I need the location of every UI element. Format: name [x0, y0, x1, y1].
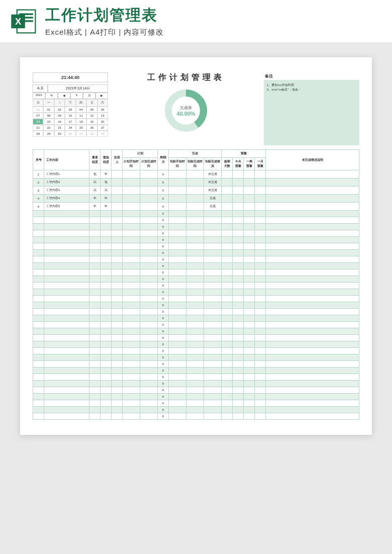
cell[interactable]: [204, 328, 222, 335]
table-row[interactable]: 0: [33, 322, 359, 328]
table-row[interactable]: 4工作内容4中中0完成: [33, 195, 359, 203]
cell[interactable]: 工作内容3: [44, 187, 89, 195]
cell[interactable]: [244, 374, 255, 381]
cell[interactable]: 0: [158, 230, 169, 237]
cell[interactable]: [123, 187, 140, 195]
cell[interactable]: [112, 243, 123, 250]
cell[interactable]: [244, 381, 255, 387]
cell[interactable]: [222, 315, 233, 322]
cell[interactable]: [140, 394, 158, 400]
cell[interactable]: [169, 170, 186, 178]
cell[interactable]: [44, 250, 89, 256]
cell[interactable]: [222, 374, 233, 381]
cell[interactable]: [140, 328, 158, 335]
cell[interactable]: 低: [89, 170, 101, 178]
cell[interactable]: [101, 217, 112, 224]
cell[interactable]: [204, 302, 222, 309]
cell[interactable]: 0: [158, 263, 169, 269]
cell[interactable]: [33, 354, 44, 361]
calendar-day[interactable]: 29: [43, 131, 54, 137]
table-row[interactable]: 0: [33, 276, 359, 283]
cell[interactable]: [44, 256, 89, 263]
cell[interactable]: [89, 276, 101, 283]
cell[interactable]: [222, 335, 233, 341]
table-row[interactable]: 0: [33, 230, 359, 237]
cell[interactable]: [123, 217, 140, 224]
cell[interactable]: [112, 170, 123, 178]
table-row[interactable]: 0: [33, 263, 359, 269]
cell[interactable]: [169, 309, 186, 315]
cell[interactable]: [255, 170, 266, 178]
cell[interactable]: [123, 256, 140, 263]
cell[interactable]: [186, 361, 204, 367]
cell[interactable]: [186, 335, 204, 341]
cell[interactable]: [255, 250, 266, 256]
cell[interactable]: [89, 315, 101, 322]
cell[interactable]: 1: [33, 170, 44, 178]
cell[interactable]: [33, 276, 44, 283]
cell[interactable]: [186, 348, 204, 354]
table-row[interactable]: 0: [33, 413, 359, 420]
cell[interactable]: [186, 322, 204, 328]
cell[interactable]: [123, 413, 140, 420]
cell[interactable]: [266, 217, 359, 224]
cell[interactable]: [266, 289, 359, 296]
cell[interactable]: [186, 187, 204, 195]
cell[interactable]: [123, 269, 140, 276]
cell[interactable]: [140, 276, 158, 283]
cell[interactable]: [233, 387, 244, 394]
cell[interactable]: [123, 387, 140, 394]
cell[interactable]: [233, 361, 244, 367]
cell[interactable]: [255, 335, 266, 341]
cell[interactable]: [222, 309, 233, 315]
cell[interactable]: [140, 387, 158, 394]
cell[interactable]: [266, 230, 359, 237]
cell[interactable]: [255, 361, 266, 367]
cell[interactable]: [33, 315, 44, 322]
cell[interactable]: [169, 400, 186, 407]
cell[interactable]: 0: [158, 250, 169, 256]
cell[interactable]: [33, 296, 44, 302]
cell[interactable]: [204, 354, 222, 361]
cell[interactable]: [244, 211, 255, 217]
cell[interactable]: [233, 381, 244, 387]
cell[interactable]: [204, 211, 222, 217]
cell[interactable]: [233, 283, 244, 289]
cell[interactable]: [222, 187, 233, 195]
table-row[interactable]: 3工作内容3高高0未完成: [33, 187, 359, 195]
cell[interactable]: [222, 203, 233, 211]
cell[interactable]: [33, 413, 44, 420]
cell[interactable]: [255, 407, 266, 413]
cell[interactable]: [244, 302, 255, 309]
cell[interactable]: [244, 170, 255, 178]
cell[interactable]: [255, 309, 266, 315]
cell[interactable]: [123, 211, 140, 217]
cell[interactable]: [266, 309, 359, 315]
cell[interactable]: [255, 203, 266, 211]
cell[interactable]: [112, 387, 123, 394]
cell[interactable]: [140, 187, 158, 195]
cell[interactable]: [101, 276, 112, 283]
cell[interactable]: [204, 250, 222, 256]
cell[interactable]: [33, 394, 44, 400]
calendar-day[interactable]: 02: [76, 131, 86, 137]
calendar-day[interactable]: 30: [54, 131, 65, 137]
calendar-day[interactable]: 01: [43, 107, 54, 113]
cell[interactable]: [233, 413, 244, 420]
cell[interactable]: [44, 361, 89, 367]
cell[interactable]: [244, 400, 255, 407]
cell[interactable]: [233, 296, 244, 302]
table-row[interactable]: 0: [33, 256, 359, 263]
cell[interactable]: [204, 276, 222, 283]
calendar-day[interactable]: 13: [97, 113, 108, 119]
cell[interactable]: [169, 237, 186, 243]
cell[interactable]: [44, 335, 89, 341]
cell[interactable]: [44, 263, 89, 269]
cell[interactable]: [123, 322, 140, 328]
cell[interactable]: [140, 203, 158, 211]
cell[interactable]: [89, 296, 101, 302]
cell[interactable]: [140, 374, 158, 381]
cell[interactable]: [233, 374, 244, 381]
cell[interactable]: [186, 302, 204, 309]
cell[interactable]: [140, 400, 158, 407]
